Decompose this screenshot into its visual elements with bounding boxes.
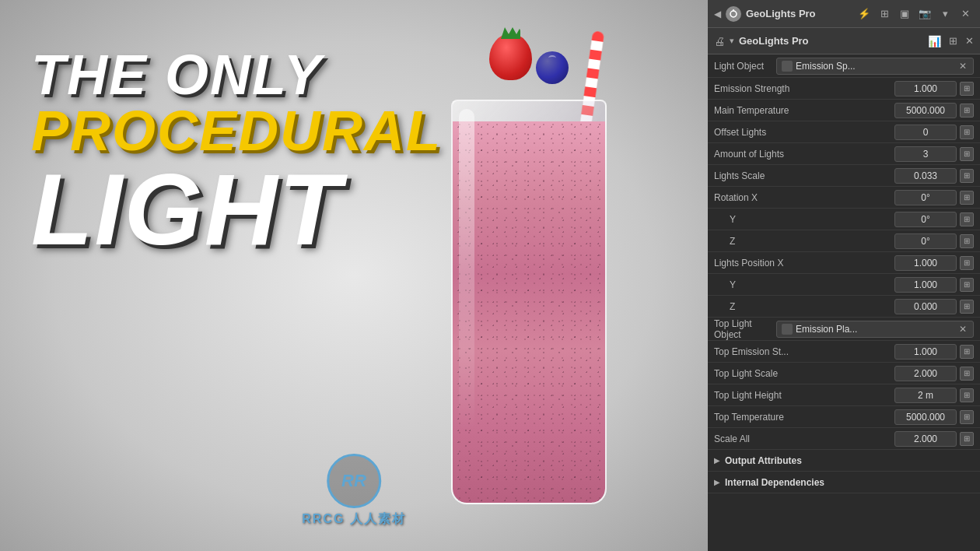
main-temperature-label: Main Temperature <box>714 105 894 116</box>
panel-icon <box>726 6 741 22</box>
grid-icon[interactable]: ⊞ <box>876 5 893 23</box>
lights-scale-btn[interactable]: ⊞ <box>960 169 974 183</box>
lights-pos-z-label: Z <box>714 301 894 312</box>
rotation-y-btn[interactable]: ⊞ <box>960 212 974 226</box>
lights-scale-label: Lights Scale <box>714 170 894 181</box>
output-attributes-section[interactable]: ▶ Output Attributes <box>708 450 980 472</box>
secondbar-close-icon[interactable]: ✕ <box>965 35 974 47</box>
top-light-height-value[interactable]: 2 m <box>894 388 957 403</box>
lights-pos-x-btn[interactable]: ⊞ <box>960 256 974 270</box>
watermark-logo: RR <box>327 454 381 508</box>
blueberry <box>536 51 569 84</box>
light-object-row: Light Object Emission Sp... ✕ <box>708 54 980 78</box>
amount-lights-value[interactable]: 3 <box>894 146 957 162</box>
top-emission-st-label: Top Emission St... <box>714 346 894 357</box>
lights-pos-z-btn[interactable]: ⊞ <box>960 300 974 314</box>
scale-all-value[interactable]: 2.000 <box>894 431 957 447</box>
light-object-clear-icon[interactable]: ✕ <box>957 61 968 72</box>
offset-lights-row: Offset Lights 0 ⊞ <box>708 121 980 143</box>
smoothie-image <box>412 23 646 504</box>
top-emission-st-btn[interactable]: ⊞ <box>960 345 974 359</box>
top-light-object-clear-icon[interactable]: ✕ <box>957 324 968 335</box>
panel-title: GeoLights Pro <box>746 8 851 19</box>
more-icon[interactable]: ▾ <box>936 5 954 23</box>
top-temperature-value[interactable]: 5000.000 <box>894 409 957 425</box>
scale-all-btn[interactable]: ⊞ <box>960 432 974 446</box>
headline-line3: LIGHT <box>31 159 442 260</box>
rotation-x-label: Rotation X <box>714 192 894 203</box>
lights-pos-x-value[interactable]: 1.000 <box>894 255 957 271</box>
box-icon[interactable]: ▣ <box>896 5 913 23</box>
lights-pos-y-btn[interactable]: ⊞ <box>960 278 974 292</box>
light-object-value-box[interactable]: Emission Sp... ✕ <box>776 58 974 75</box>
rotation-z-row: Z 0° ⊞ <box>708 230 980 252</box>
secondbar-arrow[interactable]: ▾ <box>730 36 734 46</box>
rotation-x-btn[interactable]: ⊞ <box>960 191 974 205</box>
internal-dependencies-section[interactable]: ▶ Internal Dependencies <box>708 472 980 493</box>
main-temperature-row: Main Temperature 5000.000 ⊞ <box>708 100 980 121</box>
lights-pos-y-value[interactable]: 1.000 <box>894 277 957 293</box>
lights-pos-y-row: Y 1.000 ⊞ <box>708 274 980 296</box>
headline-line2: PROCEDURAL <box>31 103 442 159</box>
top-light-scale-value[interactable]: 2.000 <box>894 366 957 381</box>
strawberry <box>489 33 532 80</box>
printer-icon[interactable]: 🖨 <box>714 35 725 47</box>
text-overlay: THE ONLY PROCEDURAL LIGHT <box>31 47 442 260</box>
rotation-z-label: Z <box>714 236 894 247</box>
emission-strength-btn[interactable]: ⊞ <box>960 82 974 96</box>
rotation-z-value[interactable]: 0° <box>894 233 957 249</box>
smoothie-fill <box>453 121 605 503</box>
graph-icon[interactable]: 📊 <box>928 35 941 47</box>
top-temperature-btn[interactable]: ⊞ <box>960 410 974 424</box>
fruits <box>459 22 599 84</box>
offset-lights-label: Offset Lights <box>714 127 894 138</box>
properties-area[interactable]: Light Object Emission Sp... ✕ Emission S… <box>708 54 980 551</box>
rotation-y-label: Y <box>714 214 894 225</box>
top-light-object-label: Top Light Object <box>714 318 776 340</box>
watermark-text: RRCG 人人素材 <box>302 511 406 528</box>
output-attributes-arrow: ▶ <box>714 456 720 465</box>
lights-pos-z-value[interactable]: 0.000 <box>894 299 957 314</box>
headline-line1: THE ONLY <box>31 47 442 103</box>
emission-strength-value[interactable]: 1.000 <box>894 81 957 97</box>
glass-body <box>451 100 607 504</box>
rotation-x-value[interactable]: 0° <box>894 190 957 205</box>
light-obj-color-swatch <box>782 61 793 72</box>
main-temperature-value[interactable]: 5000.000 <box>894 103 957 118</box>
amount-lights-btn[interactable]: ⊞ <box>960 147 974 161</box>
main-viewport: THE ONLY PROCEDURAL LIGHT RR RRCG 人人素材 <box>0 0 708 551</box>
secondbar-more-icon[interactable]: ⊞ <box>949 35 957 47</box>
top-temperature-row: Top Temperature 5000.000 ⊞ <box>708 406 980 428</box>
lights-scale-value[interactable]: 0.033 <box>894 168 957 184</box>
top-light-scale-btn[interactable]: ⊞ <box>960 367 974 381</box>
lights-pos-z-row: Z 0.000 ⊞ <box>708 296 980 318</box>
glass-highlight <box>459 109 474 430</box>
offset-lights-value[interactable]: 0 <box>894 125 957 140</box>
light-object-name: Emission Sp... <box>796 61 954 72</box>
lights-pos-x-label: Lights Position X <box>714 258 894 268</box>
rotation-z-btn[interactable]: ⊞ <box>960 234 974 248</box>
lights-scale-row: Lights Scale 0.033 ⊞ <box>708 165 980 187</box>
top-light-scale-row: Top Light Scale 2.000 ⊞ <box>708 363 980 384</box>
lights-pos-y-label: Y <box>714 279 894 290</box>
filter-icon[interactable]: ⚡ <box>856 5 873 23</box>
rotation-x-row: Rotation X 0° ⊞ <box>708 187 980 209</box>
top-light-height-btn[interactable]: ⊞ <box>960 388 974 402</box>
panel-collapse-arrow[interactable]: ◀ <box>714 9 721 19</box>
camera-icon[interactable]: 📷 <box>916 5 933 23</box>
offset-lights-btn[interactable]: ⊞ <box>960 125 974 139</box>
topbar-icons: ⚡ ⊞ ▣ 📷 ▾ ✕ <box>856 5 974 23</box>
top-emission-st-value[interactable]: 1.000 <box>894 344 957 360</box>
emission-strength-label: Emission Strength <box>714 83 894 94</box>
top-light-object-value-box[interactable]: Emission Pla... ✕ <box>776 321 974 338</box>
panel-close-icon[interactable]: ✕ <box>957 5 974 23</box>
top-light-scale-label: Top Light Scale <box>714 368 894 379</box>
internal-dependencies-label: Internal Dependencies <box>725 477 824 488</box>
emission-strength-row: Emission Strength 1.000 ⊞ <box>708 78 980 100</box>
main-temperature-btn[interactable]: ⊞ <box>960 104 974 118</box>
rotation-y-value[interactable]: 0° <box>894 212 957 227</box>
light-object-label: Light Object <box>714 61 776 72</box>
output-attributes-label: Output Attributes <box>725 455 802 466</box>
top-light-object-row: Top Light Object Emission Pla... ✕ <box>708 318 980 341</box>
internal-dependencies-arrow: ▶ <box>714 478 720 486</box>
